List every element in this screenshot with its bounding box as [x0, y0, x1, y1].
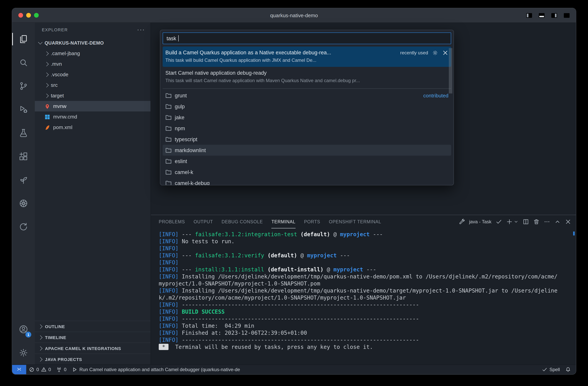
quickpick-type-typescript[interactable]: typescript [163, 134, 451, 145]
split-terminal-button[interactable] [523, 219, 529, 225]
quickpick-type-jake[interactable]: jake [163, 112, 451, 123]
terminal-task-label[interactable]: java - Task [469, 219, 491, 224]
customize-layout-button[interactable] [563, 12, 570, 19]
tree-item-.camel-jbang[interactable]: .camel-jbang [35, 48, 150, 59]
minimize-window-button[interactable] [26, 13, 31, 18]
tab-debug-console[interactable]: DEBUG CONSOLE [222, 215, 263, 228]
chevron-right-icon [44, 51, 49, 56]
section-label: TIMELINE [45, 335, 66, 340]
activity-run-and-debug[interactable] [12, 98, 35, 121]
tree-item-.vscode[interactable]: .vscode [35, 69, 150, 80]
quickpick-type-gulp[interactable]: gulp [163, 101, 451, 112]
problems-status[interactable]: 0 0 [26, 365, 54, 374]
activity-tekton-pipelines[interactable] [12, 168, 35, 192]
terminal-line: [INFO] --- install:3.1.1:install (defaul… [159, 266, 572, 273]
activity-manage[interactable] [12, 341, 35, 365]
terminal-output[interactable]: [INFO] --- failsafe:3.1.2:integration-te… [151, 228, 576, 365]
vscode-window: quarkus-native-demo 1 EXPLORER ··· QUARK… [12, 8, 576, 375]
zoom-window-button[interactable] [34, 13, 39, 18]
tab-ports[interactable]: PORTS [304, 215, 320, 228]
folder-icon [165, 103, 172, 109]
quickpick-type-grunt[interactable]: gruntcontributed [163, 90, 451, 101]
tree-root[interactable]: QUARKUS-NATIVE-DEMO [35, 38, 150, 48]
tab-openshift-terminal[interactable]: OPENSHIFT TERMINAL [329, 215, 381, 228]
toggle-panel-button[interactable] [538, 12, 546, 19]
terminal-line: [INFO] --- failsafe:3.1.2:integration-te… [159, 231, 572, 238]
tree-item-src[interactable]: src [35, 80, 150, 90]
activity-explorer[interactable] [12, 27, 35, 51]
camel-debug-status[interactable]: Run Camel native application and attach … [69, 365, 243, 374]
kill-terminal-button[interactable] [533, 219, 540, 225]
close-window-button[interactable] [18, 13, 23, 18]
tab-problems[interactable]: PROBLEMS [159, 215, 185, 228]
section-outline[interactable]: OUTLINE [35, 321, 150, 332]
quickpick-type-npm[interactable]: npm [163, 123, 451, 134]
accounts-badge: 1 [25, 332, 31, 338]
maximize-panel-button[interactable] [554, 219, 561, 225]
activity-search[interactable] [12, 51, 35, 74]
search-icon [18, 58, 29, 68]
quickpick-task-item[interactable]: Build a Camel Quarkus application as a N… [163, 46, 451, 67]
activity-openshift[interactable] [12, 215, 35, 238]
quickpick-type-camel-k-debug[interactable]: camel-k-debug [163, 177, 451, 185]
new-terminal-button[interactable] [506, 219, 513, 225]
dismiss-task-icon[interactable] [442, 49, 448, 56]
notifications-bell[interactable] [563, 365, 573, 374]
error-count: 0 [36, 367, 39, 372]
more-actions-button[interactable]: ··· [137, 28, 145, 32]
folder-icon [165, 169, 172, 175]
tree-item-label: .camel-jbang [51, 50, 80, 56]
tree-item-target[interactable]: target [35, 90, 150, 101]
chevron-right-icon [44, 93, 49, 98]
quickpick-type-markdownlint[interactable]: markdownlint [163, 145, 451, 156]
activity-source-control[interactable] [12, 74, 35, 98]
activity-testing[interactable] [12, 121, 35, 145]
file-tree: QUARKUS-NATIVE-DEMO.camel-jbang.mvn.vsco… [35, 37, 150, 321]
ports-status[interactable]: 0 [54, 365, 69, 374]
terminal-scroll-marker [573, 232, 575, 236]
close-panel-button[interactable] [565, 219, 571, 225]
quickpick-item-label: camel-k [175, 169, 193, 175]
screen: quarkus-native-demo 1 EXPLORER ··· QUARK… [0, 0, 588, 386]
section-timeline[interactable]: TIMELINE [35, 332, 150, 343]
tree-item-label: mvnw.cmd [53, 114, 77, 120]
quickpick-item-label: jake [175, 114, 185, 120]
section-java-projects[interactable]: JAVA PROJECTS [35, 354, 150, 365]
warning-icon [41, 367, 46, 372]
tree-item-label: pom.xml [53, 124, 72, 130]
toggle-secondary-sidebar-button[interactable] [550, 12, 558, 19]
tree-item-mvnw[interactable]: mvnw [35, 101, 150, 111]
tree-item-.mvn[interactable]: .mvn [35, 59, 150, 69]
quickpick-task-item[interactable]: Start Camel native application debug-rea… [163, 67, 451, 87]
terminal-dropdown-button[interactable] [514, 219, 518, 224]
activity-kubernetes[interactable] [12, 192, 35, 215]
sync-icon [18, 222, 29, 232]
folder-icon [165, 92, 172, 99]
quick-pick-input[interactable]: task [163, 32, 451, 44]
configure-task-icon[interactable] [432, 49, 438, 56]
quickpick-type-camel-k[interactable]: camel-k [163, 167, 451, 177]
remote-indicator[interactable] [12, 365, 26, 374]
tab-output[interactable]: OUTPUT [193, 215, 213, 228]
text-caret [178, 35, 179, 42]
spell-status[interactable]: Spell [539, 365, 563, 374]
section-apache-camel-k-integrations[interactable]: APACHE CAMEL K INTEGRATIONS [35, 343, 150, 354]
tab-terminal[interactable]: TERMINAL [272, 215, 295, 228]
quick-pick-scrollbar[interactable] [449, 48, 452, 93]
titlebar: quarkus-native-demo [12, 8, 576, 23]
quickpick-item-label: gulp [175, 104, 185, 109]
panel-actions: java - Task [459, 219, 571, 225]
activity-extensions[interactable] [12, 145, 35, 168]
sidebar-header: EXPLORER ··· [35, 23, 150, 37]
spell-label: Spell [549, 367, 560, 372]
tree-item-mvnw.cmd[interactable]: mvnw.cmd [35, 111, 150, 122]
activity-accounts[interactable]: 1 [12, 318, 35, 341]
toggle-primary-sidebar-button[interactable] [525, 12, 533, 19]
section-label: APACHE CAMEL K INTEGRATIONS [45, 346, 121, 351]
beaker-icon [18, 128, 29, 138]
quickpick-item-description: This task will build Camel Quarkus appli… [165, 58, 448, 65]
window-controls [18, 8, 39, 22]
quickpick-type-eslint[interactable]: eslint [163, 156, 451, 167]
tree-item-pom.xml[interactable]: pom.xml [35, 122, 150, 132]
more-panel-actions-button[interactable] [544, 219, 550, 225]
